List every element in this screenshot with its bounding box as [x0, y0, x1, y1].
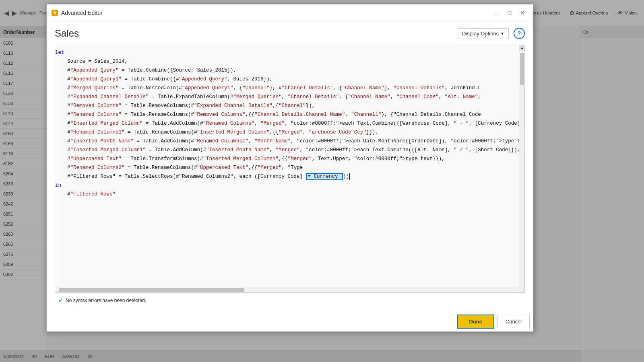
- dialog-title: Advanced Editor: [61, 10, 488, 16]
- status-bar: ✓ No syntax errors have been detected.: [55, 293, 525, 307]
- code-line-content: Source = Sales_2014,: [55, 58, 524, 66]
- dialog-icon: A: [52, 10, 58, 16]
- code-line: #"Filtered Rows" = Table.SelectRows(#"Re…: [55, 172, 524, 181]
- code-line: #"Renamed Columns1" = Table.RenameColumn…: [55, 128, 524, 137]
- code-line: #"Filtered Rows": [55, 190, 524, 199]
- maximize-button[interactable]: □: [504, 7, 515, 19]
- code-line: #"Appended Query1" = Table.Combine({#"Ap…: [55, 75, 524, 84]
- code-line-content: #"Renamed Columns1" = Table.RenameColumn…: [55, 128, 524, 136]
- code-line: #"Uppercased Text" = Table.TransformColu…: [55, 154, 524, 163]
- code-line-content: #"Appended Query1" = Table.Combine({#"Ap…: [55, 75, 524, 83]
- dialog-header-row: Sales Display Options ▼ ?: [55, 28, 525, 39]
- minimize-button[interactable]: −: [491, 7, 502, 19]
- text-cursor: [349, 173, 350, 180]
- horizontal-scrollbar[interactable]: [55, 287, 524, 292]
- code-line-content: #"Inserted Merged Column" = Table.AddCol…: [55, 119, 524, 128]
- code-line: #"Expanded Channel Details" = Table.Expa…: [55, 93, 524, 101]
- status-check-icon: ✓: [58, 296, 63, 304]
- code-content[interactable]: let Source = Sales_2014, #"Appended Quer…: [55, 45, 524, 287]
- code-line-content: #"Renamed Columns" = Table.RenameColumns…: [55, 111, 524, 119]
- done-button[interactable]: Done: [457, 315, 495, 329]
- query-title: Sales: [55, 28, 79, 39]
- dialog-titlebar: A Advanced Editor − □ ✕: [47, 4, 533, 21]
- code-line: #"Renamed Columns2" = Table.RenameColumn…: [55, 163, 524, 172]
- code-line: #"Removed Columns" = Table.RemoveColumns…: [55, 101, 524, 110]
- dropdown-chevron-icon: ▼: [500, 31, 504, 36]
- code-line-content: #"Renamed Columns2" = Table.RenameColumn…: [55, 164, 524, 172]
- code-line: in: [55, 181, 524, 190]
- cancel-button[interactable]: Cancel: [497, 315, 530, 328]
- code-line: #"Inserted Merged Column1" = Table.AddCo…: [55, 146, 524, 154]
- scroll-thumb[interactable]: [520, 53, 524, 85]
- help-button[interactable]: ?: [514, 28, 525, 39]
- code-line: #"Renamed Columns" = Table.RenameColumns…: [55, 110, 524, 119]
- code-line-content: #"Uppercased Text" = Table.TransformColu…: [55, 155, 524, 163]
- code-line: #"Inserted Merged Column" = Table.AddCol…: [55, 119, 524, 128]
- code-line-content: #"Merged Queries" = Table.NestedJoin(#"A…: [55, 84, 524, 92]
- code-line: Source = Sales_2014,: [55, 57, 524, 66]
- code-line: #"Merged Queries" = Table.NestedJoin(#"A…: [55, 84, 524, 93]
- dialog-body: Sales Display Options ▼ ? let Source = S…: [47, 21, 533, 311]
- code-line-content: #"Removed Columns" = Table.RemoveColumns…: [55, 102, 524, 110]
- code-line: #"Appended Query" = Table.Combine({Sourc…: [55, 66, 524, 75]
- vertical-scrollbar[interactable]: ▲ ▼: [519, 45, 524, 292]
- code-line-content: #"Filtered Rows": [55, 190, 524, 198]
- display-options-button[interactable]: Display Options ▼: [458, 28, 509, 39]
- code-line-content: #"Filtered Rows" = Table.SelectRows(#"Re…: [55, 173, 524, 181]
- code-line-content: in: [55, 181, 524, 189]
- status-message: No syntax errors have been detected.: [66, 298, 146, 303]
- h-scroll-thumb[interactable]: [59, 288, 244, 292]
- code-editor[interactable]: let Source = Sales_2014, #"Appended Quer…: [55, 45, 525, 293]
- dialog-footer: Done Cancel: [47, 311, 533, 331]
- dialog-window-controls: − □ ✕: [491, 7, 528, 19]
- code-line: let: [55, 48, 524, 57]
- code-line-content: #"Inserted Month Name" = Table.AddColumn…: [55, 137, 524, 145]
- code-line-content: let: [55, 49, 524, 57]
- close-button[interactable]: ✕: [517, 7, 528, 19]
- code-line: #"Inserted Month Name" = Table.AddColumn…: [55, 137, 524, 146]
- scroll-up-button[interactable]: ▲: [519, 45, 525, 51]
- code-line-content: #"Appended Query" = Table.Combine({Sourc…: [55, 66, 524, 74]
- code-line-content: #"Expanded Channel Details" = Table.Expa…: [55, 93, 524, 101]
- advanced-editor-dialog: A Advanced Editor − □ ✕ Sales Display Op…: [46, 4, 533, 332]
- code-line-content: #"Inserted Merged Column1" = Table.AddCo…: [55, 146, 524, 154]
- currency-highlight: = Currency: [306, 173, 343, 180]
